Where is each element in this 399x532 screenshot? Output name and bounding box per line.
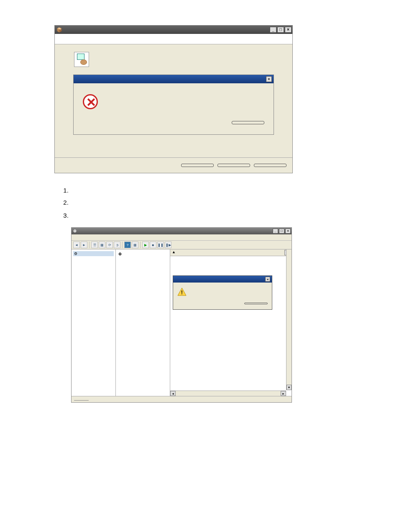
error-icon bbox=[83, 94, 98, 109]
export-icon[interactable]: ➲ bbox=[114, 242, 120, 248]
svg-text:!: ! bbox=[181, 290, 183, 296]
cancel-button[interactable] bbox=[254, 164, 286, 167]
install-shield-label bbox=[61, 135, 286, 153]
page-footer bbox=[40, 517, 46, 524]
services-toolbar: ◄ ► ☰ ▦ ⟳ ➲ ? ▦ ▶ ■ ❚❚ ❚▶ bbox=[72, 241, 292, 249]
service-error-dialog: × ! bbox=[173, 275, 272, 310]
service-list[interactable] bbox=[170, 256, 292, 257]
scroll-right-icon[interactable]: ► bbox=[281, 391, 286, 396]
error-dialog: × bbox=[73, 75, 274, 135]
column-header: ▲ ▲ bbox=[170, 249, 292, 256]
tab-extended[interactable] bbox=[74, 400, 82, 401]
detail-header: ⚙ bbox=[118, 252, 167, 256]
close-icon[interactable]: × bbox=[265, 277, 270, 282]
installer-dialog: 📦 _ □ × × bbox=[54, 25, 293, 173]
services-titlebar: ⚙ _ □ × bbox=[72, 228, 292, 234]
tree-item-local[interactable]: ⚙ bbox=[73, 251, 114, 256]
services-list-panel: ▲ ▲ × ! bbox=[170, 249, 292, 396]
services-tabs bbox=[72, 396, 292, 402]
maximize-button[interactable]: □ bbox=[279, 229, 284, 234]
close-button[interactable]: × bbox=[285, 229, 291, 234]
scroll-left-icon[interactable]: ◄ bbox=[170, 391, 176, 396]
installer-footer bbox=[55, 157, 292, 173]
step-3 bbox=[70, 211, 357, 220]
close-icon[interactable]: × bbox=[266, 76, 272, 82]
step-1 bbox=[70, 186, 357, 195]
ok-button[interactable] bbox=[232, 121, 264, 124]
tb-icon-1[interactable]: ▦ bbox=[132, 242, 138, 248]
pause-icon[interactable]: ❚❚ bbox=[157, 242, 164, 248]
warning-icon: ! bbox=[177, 288, 187, 296]
ok-button[interactable] bbox=[244, 303, 268, 304]
service-list[interactable] bbox=[170, 330, 286, 331]
services-window: ⚙ _ □ × ◄ ► ☰ ▦ ⟳ ➲ ? ▦ ▶ bbox=[71, 227, 292, 403]
stop-icon[interactable]: ■ bbox=[150, 242, 156, 248]
scroll-down-icon[interactable]: ▼ bbox=[286, 385, 292, 390]
services-menubar bbox=[72, 234, 292, 241]
play-icon[interactable]: ▶ bbox=[142, 242, 149, 248]
procedure-list bbox=[66, 186, 357, 220]
back-icon[interactable]: ◄ bbox=[73, 242, 80, 248]
tab-standard[interactable] bbox=[81, 400, 89, 401]
installer-icon: 📦 bbox=[56, 27, 62, 33]
services-tree: ⚙ bbox=[72, 249, 116, 396]
installer-header bbox=[55, 34, 292, 44]
next-button[interactable] bbox=[217, 164, 250, 167]
tree-icon[interactable]: ☰ bbox=[91, 242, 98, 248]
error-titlebar: × bbox=[74, 75, 274, 83]
back-button[interactable] bbox=[181, 164, 214, 167]
restart-icon[interactable]: ❚▶ bbox=[165, 242, 171, 248]
horizontal-scrollbar[interactable]: ◄ ► bbox=[170, 391, 286, 396]
close-button[interactable]: × bbox=[285, 27, 292, 33]
installer-titlebar: 📦 _ □ × bbox=[55, 26, 292, 34]
service-error-titlebar: × bbox=[173, 276, 272, 283]
help-icon[interactable]: ? bbox=[124, 242, 131, 248]
refresh-icon[interactable]: ⟳ bbox=[106, 242, 113, 248]
step-2 bbox=[70, 198, 357, 208]
minimize-button[interactable]: _ bbox=[273, 229, 278, 234]
props-icon[interactable]: ▦ bbox=[99, 242, 105, 248]
services-icon: ⚙ bbox=[73, 229, 77, 233]
minimize-button[interactable]: _ bbox=[270, 27, 276, 33]
services-detail-panel: ⚙ bbox=[116, 249, 170, 396]
vertical-scrollbar[interactable]: ▼ bbox=[286, 249, 292, 390]
install-progress-icon bbox=[74, 52, 89, 67]
fwd-icon[interactable]: ► bbox=[81, 242, 87, 248]
maximize-button[interactable]: □ bbox=[277, 27, 284, 33]
